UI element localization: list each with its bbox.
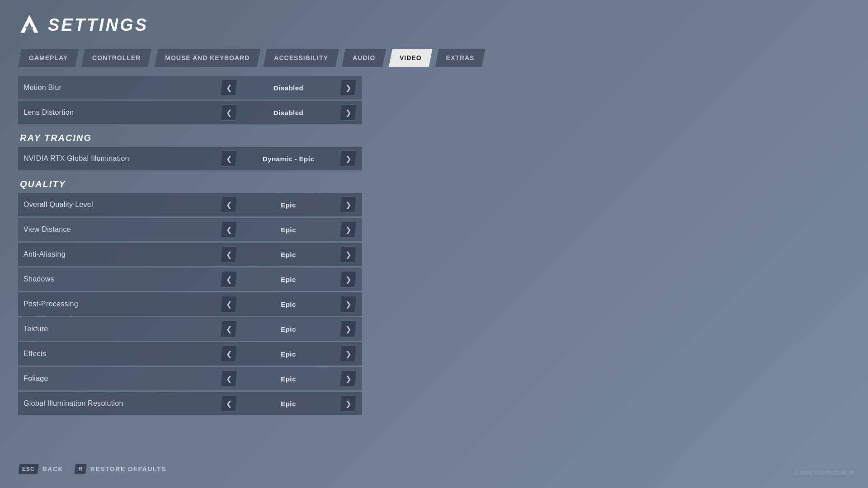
arrow-left-motion-blur[interactable]: ❮ (221, 80, 237, 96)
setting-row-view-distance: View Distance❮Epic❯ (18, 218, 362, 241)
setting-value-nvidia-rtx: Dynamic - Epic (237, 155, 340, 163)
setting-label-effects: Effects (24, 350, 221, 358)
arrow-right-texture[interactable]: ❯ (340, 321, 356, 337)
setting-control-view-distance: ❮Epic❯ (221, 221, 356, 238)
arrow-right-shadows[interactable]: ❯ (340, 271, 356, 287)
back-key-badge: ESC (18, 464, 39, 474)
arrow-left-nvidia-rtx[interactable]: ❮ (221, 150, 237, 167)
arrow-left-global-illumination-res[interactable]: ❮ (221, 395, 237, 412)
setting-control-shadows: ❮Epic❯ (221, 271, 356, 287)
arrow-left-lens-distortion[interactable]: ❮ (221, 104, 237, 121)
tab-gameplay[interactable]: GAMEPLAY (18, 49, 79, 67)
setting-label-overall-quality: Overall Quality Level (24, 201, 221, 209)
setting-label-shadows: Shadows (24, 275, 221, 283)
setting-row-anti-aliasing: Anti-Aliasing❮Epic❯ (18, 243, 362, 266)
arrow-left-foliage[interactable]: ❮ (221, 371, 237, 387)
setting-label-texture: Texture (24, 325, 221, 333)
svg-marker-1 (25, 27, 33, 30)
arrow-right-anti-aliasing[interactable]: ❯ (340, 246, 356, 263)
setting-value-global-illumination-res: Epic (237, 400, 340, 408)
setting-control-post-processing: ❮Epic❯ (221, 296, 356, 312)
tab-controller[interactable]: CONTROLLER (81, 49, 151, 67)
setting-label-foliage: Foliage (24, 375, 221, 383)
arrow-right-global-illumination-res[interactable]: ❯ (340, 395, 356, 412)
sections-container: Motion Blur❮Disabled❯Lens Distortion❮Dis… (18, 76, 362, 415)
setting-control-effects: ❮Epic❯ (221, 346, 356, 362)
setting-control-motion-blur: ❮Disabled❯ (221, 80, 356, 96)
scroll-area: Motion Blur❮Disabled❯Lens Distortion❮Dis… (18, 76, 362, 417)
arrow-left-view-distance[interactable]: ❮ (221, 221, 237, 238)
back-label: BACK (42, 465, 63, 473)
setting-value-shadows: Epic (237, 276, 340, 283)
footer: ESC BACK R RESTORE DEFAULTS (18, 464, 166, 474)
setting-label-motion-blur: Motion Blur (24, 84, 221, 92)
header: SETTINGS (18, 14, 850, 36)
setting-row-overall-quality: Overall Quality Level❮Epic❯ (18, 193, 362, 216)
setting-label-global-illumination-res: Global Illumination Resolution (24, 399, 221, 408)
svg-marker-0 (21, 15, 38, 33)
setting-label-view-distance: View Distance (24, 225, 221, 234)
setting-value-texture: Epic (237, 325, 340, 333)
tab-accessibility[interactable]: ACCESSIBILITY (263, 49, 339, 67)
setting-control-anti-aliasing: ❮Epic❯ (221, 246, 356, 263)
tab-extras[interactable]: EXTRAS (435, 49, 486, 67)
setting-label-anti-aliasing: Anti-Aliasing (24, 250, 221, 258)
setting-control-global-illumination-res: ❮Epic❯ (221, 395, 356, 412)
setting-control-lens-distortion: ❮Disabled❯ (221, 104, 356, 121)
setting-row-motion-blur: Motion Blur❮Disabled❯ (18, 76, 362, 99)
arrow-left-texture[interactable]: ❮ (221, 321, 237, 337)
app-logo (18, 14, 41, 36)
section-header-ray-tracing: RAY TRACING (18, 126, 362, 147)
arrow-left-post-processing[interactable]: ❮ (221, 296, 237, 312)
arrow-left-shadows[interactable]: ❮ (221, 271, 237, 287)
setting-row-post-processing: Post-Processing❮Epic❯ (18, 292, 362, 316)
setting-row-lens-distortion: Lens Distortion❮Disabled❯ (18, 101, 362, 124)
setting-label-lens-distortion: Lens Distortion (24, 108, 221, 117)
setting-control-nvidia-rtx: ❮Dynamic - Epic❯ (221, 150, 356, 167)
setting-value-anti-aliasing: Epic (237, 251, 340, 258)
setting-row-effects: Effects❮Epic❯ (18, 342, 362, 366)
arrow-left-overall-quality[interactable]: ❮ (221, 197, 237, 213)
restore-defaults-button[interactable]: R RESTORE DEFAULTS (74, 464, 166, 474)
setting-row-nvidia-rtx: NVIDIA RTX Global Illumination❮Dynamic -… (18, 147, 362, 170)
main-container: SETTINGS GAMEPLAYCONTROLLERMOUSE AND KEY… (0, 0, 868, 430)
version-info: [13500] 75A3F420.BK3E (795, 470, 854, 475)
setting-row-global-illumination-res: Global Illumination Resolution❮Epic❯ (18, 392, 362, 415)
tabs-bar: GAMEPLAYCONTROLLERMOUSE AND KEYBOARDACCE… (18, 49, 850, 67)
arrow-right-lens-distortion[interactable]: ❯ (340, 104, 356, 121)
setting-control-overall-quality: ❮Epic❯ (221, 197, 356, 213)
arrow-right-effects[interactable]: ❯ (340, 346, 356, 362)
back-button[interactable]: ESC BACK (18, 464, 63, 474)
setting-value-foliage: Epic (237, 375, 340, 383)
tab-audio[interactable]: AUDIO (342, 49, 386, 67)
setting-value-post-processing: Epic (237, 300, 340, 308)
setting-label-nvidia-rtx: NVIDIA RTX Global Illumination (24, 155, 221, 163)
arrow-right-overall-quality[interactable]: ❯ (340, 197, 356, 213)
settings-panel: Motion Blur❮Disabled❯Lens Distortion❮Dis… (18, 76, 362, 417)
restore-key-badge: R (74, 464, 87, 474)
setting-row-foliage: Foliage❮Epic❯ (18, 367, 362, 390)
setting-value-view-distance: Epic (237, 226, 340, 234)
page-title: SETTINGS (48, 15, 148, 35)
setting-row-texture: Texture❮Epic❯ (18, 317, 362, 341)
tab-video[interactable]: VIDEO (389, 49, 433, 67)
setting-row-shadows: Shadows❮Epic❯ (18, 267, 362, 291)
arrow-right-view-distance[interactable]: ❯ (340, 221, 356, 238)
arrow-right-nvidia-rtx[interactable]: ❯ (340, 150, 356, 167)
arrow-left-effects[interactable]: ❮ (221, 346, 237, 362)
setting-value-motion-blur: Disabled (237, 84, 340, 92)
arrow-right-post-processing[interactable]: ❯ (340, 296, 356, 312)
section-header-quality: QUALITY (18, 172, 362, 193)
restore-defaults-label: RESTORE DEFAULTS (90, 465, 166, 473)
setting-value-effects: Epic (237, 350, 340, 358)
arrow-left-anti-aliasing[interactable]: ❮ (221, 246, 237, 263)
setting-value-overall-quality: Epic (237, 201, 340, 209)
setting-control-foliage: ❮Epic❯ (221, 371, 356, 387)
tab-mouse_keyboard[interactable]: MOUSE AND KEYBOARD (154, 49, 260, 67)
setting-control-texture: ❮Epic❯ (221, 321, 356, 337)
setting-value-lens-distortion: Disabled (237, 109, 340, 117)
arrow-right-foliage[interactable]: ❯ (340, 371, 356, 387)
setting-label-post-processing: Post-Processing (24, 300, 221, 308)
arrow-right-motion-blur[interactable]: ❯ (340, 80, 356, 96)
